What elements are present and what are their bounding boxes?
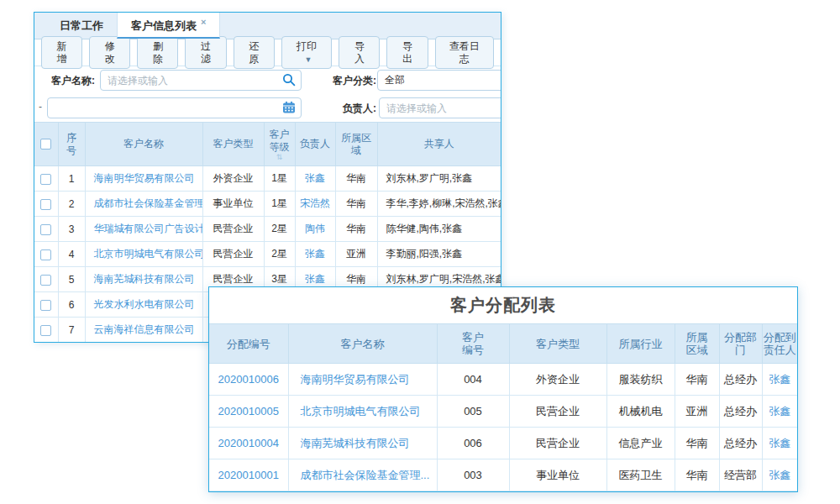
filter-area: 客户名称: 客户分类: -: [34, 66, 501, 122]
col-header-customer-type: 客户类型: [202, 123, 264, 166]
customer-type: 外资企业: [509, 364, 606, 396]
row-checkbox[interactable]: [40, 174, 51, 185]
view-log-button[interactable]: 查看日志: [435, 36, 494, 69]
table-row: 2020010001 成都市社会保险基金管理... 003 事业单位 医药卫生 …: [209, 459, 797, 491]
calendar-icon[interactable]: [282, 101, 296, 114]
customer-no: 004: [437, 364, 509, 396]
select-all-cell: [34, 123, 58, 166]
table-header-row: 分配编号 客户名称 客户 编号 客户类型 所属行业 所属 区域 分配部 门 分配…: [209, 324, 797, 364]
restore-button[interactable]: 还原: [234, 36, 275, 69]
customer-type: 民营企业: [202, 242, 264, 267]
customer-type: 民营企业: [509, 396, 606, 428]
tab-customer-info-list[interactable]: 客户信息列表×: [117, 13, 220, 39]
customer-level: 2星: [264, 242, 295, 267]
owner-link[interactable]: 张鑫: [305, 273, 325, 285]
responsible-person-link[interactable]: 张鑫: [769, 469, 790, 481]
customer-name-link[interactable]: 云南海祥信息有限公司: [94, 323, 195, 335]
customer-name-link[interactable]: 海南明华贸易有限公司: [94, 172, 195, 184]
allocation-code-link[interactable]: 2020010006: [218, 373, 279, 386]
col-header-share: 共享人: [377, 123, 501, 166]
owner-link[interactable]: 宋浩然: [300, 197, 330, 209]
col-header-customer-level[interactable]: 客户 等级⇅: [264, 123, 295, 166]
col-header-customer-no: 客户 编号: [437, 324, 509, 364]
owner-link[interactable]: 张鑫: [305, 248, 325, 260]
select-all-checkbox[interactable]: [40, 139, 51, 150]
tab-daily-work[interactable]: 日常工作: [46, 13, 117, 39]
close-icon[interactable]: ×: [201, 17, 206, 27]
customer-level: 1星: [264, 192, 295, 217]
customer-level: 2星: [264, 217, 295, 242]
row-no: 1: [58, 166, 85, 192]
customer-type: 民营企业: [202, 217, 264, 242]
row-checkbox[interactable]: [40, 249, 51, 260]
row-no: 4: [58, 242, 85, 267]
allocation-code-link[interactable]: 2020010001: [218, 469, 279, 481]
allocation-code-link[interactable]: 2020010004: [218, 437, 279, 449]
share-people: 李勤丽,阳强,张鑫: [377, 242, 501, 267]
filter-button[interactable]: 过滤: [185, 36, 226, 69]
owner-link[interactable]: 张鑫: [305, 172, 325, 184]
allocation-code-link[interactable]: 2020010005: [218, 405, 279, 417]
share-people: 陈华健,陶伟,张鑫: [377, 217, 501, 242]
customer-name-link[interactable]: 海南芜城科技有限公司: [301, 437, 410, 449]
customer-name-link[interactable]: 华瑞城有限公司广告设计部: [94, 223, 203, 234]
customer-no: 003: [437, 459, 509, 491]
region: 亚洲: [675, 396, 719, 428]
edit-button[interactable]: 修改: [89, 36, 130, 69]
customer-name-link[interactable]: 光发水利水电有限公司: [94, 298, 195, 310]
search-icon[interactable]: [282, 73, 296, 87]
col-header-region: 所属区 域: [335, 123, 377, 166]
import-button[interactable]: 导入: [339, 36, 380, 69]
responsible-person-link[interactable]: 张鑫: [769, 373, 790, 386]
export-button[interactable]: 导出: [386, 36, 428, 69]
row-checkbox[interactable]: [40, 224, 51, 235]
row-checkbox[interactable]: [40, 325, 51, 336]
industry: 服装纺织: [606, 364, 675, 396]
customer-name-link[interactable]: 海南芜城科技有限公司: [94, 273, 195, 285]
owner-link[interactable]: 陶伟: [305, 223, 325, 234]
delete-button[interactable]: 删除: [137, 36, 178, 69]
customer-no: 006: [437, 428, 509, 459]
region: 华南: [335, 166, 377, 192]
customer-name-input[interactable]: [100, 70, 302, 91]
responsible-person-link[interactable]: 张鑫: [769, 405, 790, 417]
col-header-allocation-code: 分配编号: [209, 324, 288, 364]
customer-name-link[interactable]: 北京市明城电气有限公司: [301, 405, 421, 417]
row-no: 7: [58, 318, 85, 343]
row-no: 5: [58, 267, 85, 292]
customer-type: 事业单位: [509, 459, 606, 491]
industry: 信息产业: [606, 428, 675, 459]
customer-name-link[interactable]: 成都市社会保险基金管理...: [94, 197, 203, 209]
owner-label: 负责人:: [324, 102, 376, 116]
table-row: 2 成都市社会保险基金管理... 事业单位 1星 宋浩然 华南 李华,李婷,柳琳…: [34, 192, 501, 217]
department: 总经办: [719, 396, 762, 428]
row-checkbox[interactable]: [40, 275, 51, 286]
customer-category-select[interactable]: [377, 70, 501, 91]
add-button[interactable]: 新增: [41, 36, 82, 69]
customer-allocation-panel: 客户分配列表 分配编号 客户名称 客户 编号 客户类型 所属行业 所属 区域 分…: [208, 286, 798, 492]
sort-icon[interactable]: ⇅: [265, 154, 295, 160]
customer-no: 005: [437, 396, 509, 428]
customer-name-link[interactable]: 北京市明城电气有限公司: [94, 248, 203, 260]
col-header-no: 序 号: [58, 123, 85, 166]
customer-type: 外资企业: [202, 166, 264, 192]
customer-allocation-table: 分配编号 客户名称 客户 编号 客户类型 所属行业 所属 区域 分配部 门 分配…: [209, 323, 797, 491]
row-checkbox[interactable]: [40, 199, 51, 210]
page-title: 客户分配列表: [209, 287, 797, 323]
date-range-separator: -: [39, 101, 42, 113]
industry: 机械机电: [606, 396, 675, 428]
tab-label: 客户信息列表: [131, 19, 197, 32]
table-row: 2020010006 海南明华贸易有限公司 004 外资企业 服装纺织 华南 总…: [209, 364, 797, 396]
row-checkbox[interactable]: [40, 300, 51, 311]
responsible-person-link[interactable]: 张鑫: [769, 437, 790, 449]
region: 华南: [335, 192, 377, 217]
share-people: 刘东林,罗广明,张鑫: [377, 166, 501, 192]
customer-type: 民营企业: [509, 428, 606, 459]
date-input[interactable]: [47, 97, 302, 118]
customer-name-link[interactable]: 海南明华贸易有限公司: [301, 373, 410, 386]
owner-input[interactable]: [379, 97, 501, 118]
print-button[interactable]: 打印▼: [281, 36, 333, 69]
customer-name-link[interactable]: 成都市社会保险基金管理...: [301, 469, 430, 481]
department: 经营部: [719, 459, 762, 491]
region: 华南: [675, 364, 719, 396]
